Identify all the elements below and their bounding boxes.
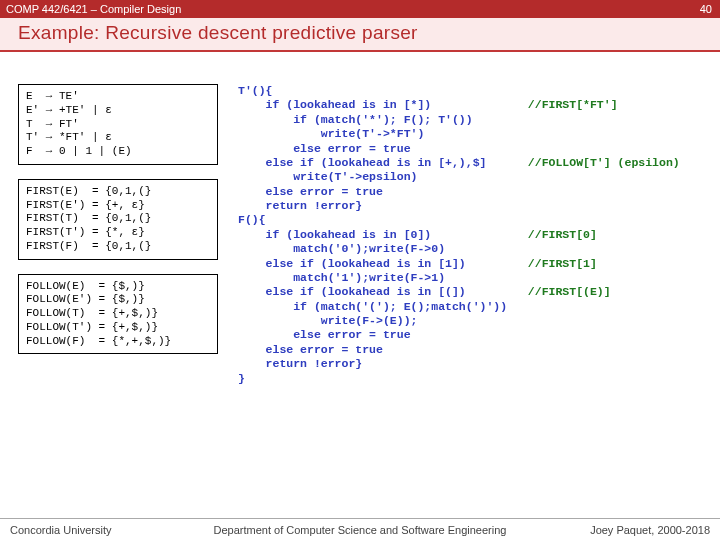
header-bar: COMP 442/6421 – Compiler Design 40 [0, 0, 720, 18]
content-area: E → TE' E' → +TE' | ε T → FT' T' → *FT' … [0, 50, 720, 518]
course-label: COMP 442/6421 – Compiler Design [6, 3, 181, 15]
page-number: 40 [700, 3, 712, 15]
footer-right: Joey Paquet, 2000-2018 [550, 524, 710, 536]
first-sets-box: FIRST(E) = {0,1,(} FIRST(E') = {+, ε} FI… [18, 179, 218, 260]
code-block: T'(){ if (lookahead is in [*]) //FIRST[*… [238, 84, 712, 386]
left-column: E → TE' E' → +TE' | ε T → FT' T' → *FT' … [18, 84, 218, 368]
footer: Concordia University Department of Compu… [0, 518, 720, 540]
grammar-box: E → TE' E' → +TE' | ε T → FT' T' → *FT' … [18, 84, 218, 165]
follow-sets-box: FOLLOW(E) = {$,)} FOLLOW(E') = {$,)} FOL… [18, 274, 218, 355]
title-band: Example: Recursive descent predictive pa… [0, 18, 720, 52]
footer-left: Concordia University [10, 524, 170, 536]
footer-center: Department of Computer Science and Softw… [170, 524, 550, 536]
right-column: T'(){ if (lookahead is in [*]) //FIRST[*… [238, 84, 712, 386]
slide-title: Example: Recursive descent predictive pa… [18, 22, 708, 44]
